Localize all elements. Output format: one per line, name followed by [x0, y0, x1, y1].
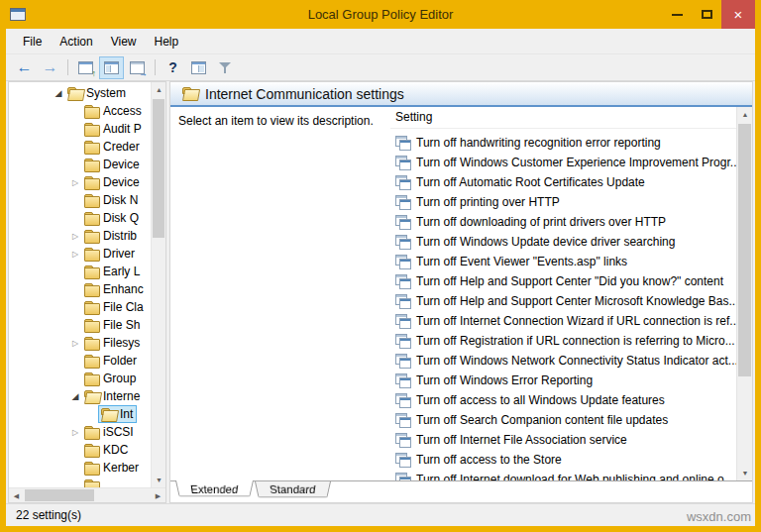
- back-button[interactable]: ←: [12, 56, 37, 79]
- setting-item[interactable]: Turn off Internet download for Web publi…: [390, 470, 736, 480]
- tree-wrap: ◢SystemAccessAudit PCrederDevice▷DeviceD…: [9, 82, 165, 487]
- scroll-right-icon[interactable]: ▶: [151, 488, 165, 503]
- panes-icon: [191, 61, 206, 74]
- setting-item-label: Turn off Search Companion content file u…: [416, 413, 668, 427]
- app-icon: [10, 8, 26, 21]
- tree-scrollbar-thumb[interactable]: [153, 99, 164, 238]
- tree-item[interactable]: ▷Driver: [9, 245, 151, 263]
- settings-vertical-scrollbar[interactable]: ▲ ▼: [736, 107, 752, 480]
- setting-item[interactable]: Turn off Internet Connection Wizard if U…: [390, 311, 736, 331]
- tree-item[interactable]: File Cla: [9, 298, 151, 316]
- setting-item[interactable]: Turn off Help and Support Center Microso…: [390, 291, 736, 311]
- tree-item[interactable]: Disk N: [9, 191, 151, 209]
- up-one-level-button[interactable]: [73, 56, 98, 79]
- tree-item[interactable]: ▷Distrib: [9, 227, 151, 245]
- tree-item[interactable]: Early L: [9, 263, 151, 280]
- setting-item-label: Turn off Internet File Association servi…: [416, 433, 627, 447]
- tree-item[interactable]: Creder: [9, 138, 151, 156]
- tab-standard[interactable]: Standard: [255, 481, 331, 497]
- expand-arrow-icon[interactable]: ▷: [69, 428, 81, 437]
- open-folder-icon: [182, 87, 197, 100]
- setting-item[interactable]: Turn off Windows Network Connectivity St…: [390, 351, 736, 371]
- titlebar[interactable]: Local Group Policy Editor ×: [6, 0, 755, 29]
- setting-item-label: Turn off access to the Store: [416, 453, 562, 467]
- scroll-up-icon[interactable]: ▲: [737, 107, 753, 122]
- menu-help[interactable]: Help: [146, 31, 188, 53]
- close-icon: ×: [734, 6, 743, 23]
- tree-item[interactable]: ▷iSCSI: [9, 423, 151, 441]
- tree-item[interactable]: ◢Interne: [9, 387, 151, 405]
- expand-arrow-icon[interactable]: ▷: [69, 250, 81, 259]
- setting-item[interactable]: Turn off Windows Error Reporting: [390, 371, 736, 390]
- tree-item[interactable]: Folder: [9, 352, 151, 370]
- setting-item[interactable]: Turn off Event Viewer "Events.asp" links: [390, 252, 736, 271]
- tree-item[interactable]: Device: [9, 156, 151, 173]
- tree-item[interactable]: ▷Filesys: [9, 334, 151, 352]
- tree-item[interactable]: Audit P: [9, 120, 151, 138]
- tree-horizontal-scrollbar[interactable]: ◀ ▶: [9, 487, 165, 502]
- settings-pane: Setting Turn off handwriting recognition…: [390, 107, 736, 480]
- tree-item-label: Driver: [103, 247, 135, 261]
- tree-item[interactable]: [9, 477, 151, 487]
- tabbar: ExtendedStandard: [170, 480, 752, 502]
- tree-node: iSCSI: [81, 423, 138, 441]
- menu-file[interactable]: File: [14, 31, 51, 53]
- tree-item[interactable]: Group: [9, 370, 151, 387]
- setting-item[interactable]: Turn off printing over HTTP: [390, 192, 736, 212]
- expand-arrow-icon[interactable]: ▷: [69, 339, 81, 348]
- tree-item[interactable]: ◢System: [9, 84, 151, 102]
- tree-item[interactable]: Enhanc: [9, 280, 151, 298]
- tree-item[interactable]: KDC: [9, 441, 151, 459]
- setting-item[interactable]: Turn off access to all Windows Update fe…: [390, 390, 736, 410]
- setting-column-header[interactable]: Setting: [390, 107, 736, 129]
- help-button[interactable]: ?: [161, 56, 185, 79]
- export-list-button[interactable]: [125, 56, 150, 79]
- tree-item[interactable]: File Sh: [9, 316, 151, 334]
- expand-arrow-icon[interactable]: ▷: [69, 178, 81, 187]
- panes-button[interactable]: [186, 56, 211, 79]
- maximize-button[interactable]: [692, 0, 721, 29]
- tree-item[interactable]: Kerber: [9, 459, 151, 477]
- collapse-arrow-icon[interactable]: ◢: [53, 88, 64, 98]
- menu-view[interactable]: View: [102, 31, 146, 53]
- tree-hscrollbar-thumb[interactable]: [25, 489, 94, 501]
- tree-node: Int: [98, 405, 137, 423]
- close-button[interactable]: ×: [721, 0, 755, 29]
- setting-item[interactable]: Turn off downloading of print drivers ov…: [390, 212, 736, 232]
- setting-item[interactable]: Turn off Help and Support Center "Did yo…: [390, 271, 736, 291]
- tree-item-label: Early L: [103, 265, 140, 278]
- setting-item[interactable]: Turn off Registration if URL connection …: [390, 331, 736, 351]
- menu-action[interactable]: Action: [51, 31, 101, 53]
- folder-icon: [84, 176, 99, 189]
- tree-vertical-scrollbar[interactable]: ▲ ▼: [151, 82, 165, 487]
- policy-setting-icon: [395, 314, 410, 328]
- forward-button[interactable]: →: [38, 56, 62, 79]
- folder-icon: [84, 141, 99, 154]
- setting-item[interactable]: Turn off handwriting recognition error r…: [390, 133, 736, 153]
- tree-item[interactable]: Int: [9, 405, 151, 423]
- scroll-up-icon[interactable]: ▲: [152, 82, 166, 97]
- tree-item-label: File Sh: [103, 318, 140, 332]
- folder-icon: [84, 372, 99, 385]
- setting-item[interactable]: Turn off Automatic Root Certificates Upd…: [390, 172, 736, 192]
- tree-item[interactable]: Access: [9, 102, 151, 120]
- folder-icon: [84, 444, 99, 457]
- setting-item[interactable]: Turn off Windows Customer Experience Imp…: [390, 153, 736, 172]
- settings-scrollbar-thumb[interactable]: [738, 124, 751, 376]
- filter-button[interactable]: [212, 56, 237, 79]
- setting-item[interactable]: Turn off Windows Update device driver se…: [390, 232, 736, 252]
- minimize-button[interactable]: [662, 0, 692, 29]
- expand-arrow-icon[interactable]: ▷: [69, 232, 81, 241]
- scroll-left-icon[interactable]: ◀: [9, 488, 24, 503]
- collapse-arrow-icon[interactable]: ◢: [69, 391, 81, 401]
- tree-item[interactable]: ▷Device: [9, 173, 151, 191]
- setting-item[interactable]: Turn off access to the Store: [390, 450, 736, 470]
- setting-item[interactable]: Turn off Internet File Association servi…: [390, 430, 736, 450]
- scroll-down-icon[interactable]: ▼: [152, 473, 166, 487]
- setting-item[interactable]: Turn off Search Companion content file u…: [390, 410, 736, 430]
- maximize-icon: [702, 10, 712, 19]
- tab-extended[interactable]: Extended: [175, 480, 254, 496]
- show-console-tree-button[interactable]: [99, 56, 124, 79]
- scroll-down-icon[interactable]: ▼: [737, 466, 753, 480]
- tree-item[interactable]: Disk Q: [9, 209, 151, 227]
